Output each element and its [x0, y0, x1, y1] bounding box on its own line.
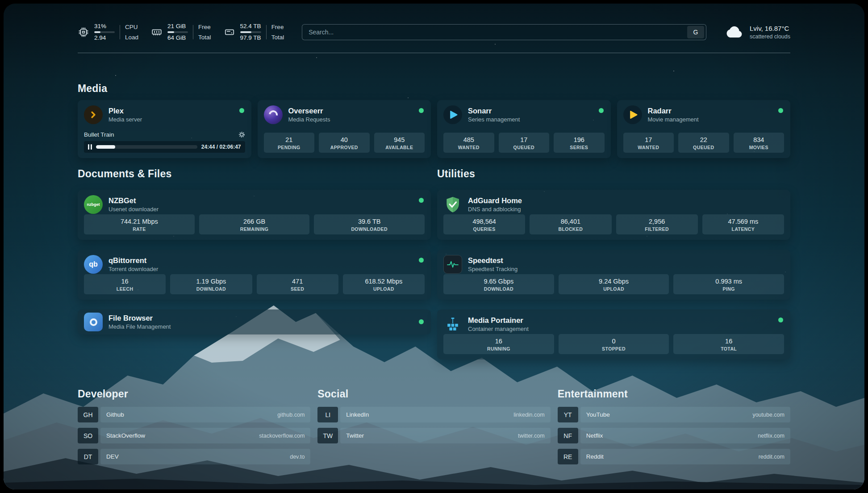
playback-bar: 24:44 / 02:06:47: [84, 141, 245, 153]
stat-stopped: 0STOPPED: [559, 334, 669, 354]
stat-total: 16TOTAL: [673, 334, 784, 354]
stat-rate: 744.21 MbpsRATE: [84, 214, 195, 234]
service-card-sonarr[interactable]: Sonarr Series management 485WANTED 17QUE…: [437, 100, 611, 158]
bookmark-github[interactable]: GH Github github.com: [78, 407, 310, 422]
status-badge: [778, 318, 783, 322]
section-media: Media Plex Media server Bullet Train: [78, 83, 790, 158]
bookmark-abbr: LI: [317, 407, 338, 422]
service-card-radarr[interactable]: Radarr Movie management 17WANTED 22QUEUE…: [617, 100, 791, 158]
service-card-adguard[interactable]: AdGuard Home DNS and adblocking 498,564Q…: [437, 190, 790, 240]
cpu-percent: 31%: [94, 23, 115, 30]
status-badge: [599, 108, 604, 113]
sonarr-icon: [443, 105, 462, 124]
stat-download: 1.19 GbpsDOWNLOAD: [170, 274, 252, 294]
playback-progress-fill: [96, 145, 115, 149]
portainer-icon: [443, 315, 462, 334]
status-badge: [419, 319, 424, 324]
bookmark-twitter[interactable]: TW Twitter twitter.com: [317, 428, 550, 443]
bookmark-group-entertainment: Entertainment YT YouTube youtube.com NF …: [558, 388, 790, 464]
service-card-plex[interactable]: Plex Media server Bullet Train: [78, 100, 251, 158]
bookmark-group-social: Social LI LinkedIn linkedin.com TW Twitt…: [317, 388, 550, 464]
stat-queued: 22QUEUED: [678, 133, 729, 153]
stat-wanted: 17WANTED: [623, 133, 674, 153]
bookmark-url: reddit.com: [759, 454, 785, 460]
bookmark-name: Github: [106, 411, 124, 418]
bookmark-name: LinkedIn: [346, 411, 369, 418]
cloud-icon: [724, 25, 744, 39]
service-card-portainer[interactable]: Media Portainer Container management 16R…: [437, 309, 790, 359]
bookmark-dev[interactable]: DT DEV dev.to: [78, 449, 310, 464]
bookmark-name: StackOverflow: [106, 432, 145, 439]
bookmark-name: Twitter: [346, 432, 364, 439]
disk-progress-bar: [240, 31, 261, 33]
service-subtitle: Media Requests: [288, 116, 330, 123]
section-title-documents: Documents & Files: [78, 168, 431, 180]
divider: [266, 25, 267, 39]
plex-icon: [84, 105, 103, 124]
bookmark-group-developer: Developer GH Github github.com SO StackO…: [78, 388, 310, 464]
stat-download: 9.65 GbpsDOWNLOAD: [443, 274, 554, 294]
bookmark-youtube[interactable]: YT YouTube youtube.com: [558, 407, 790, 422]
section-title-developer: Developer: [78, 388, 310, 400]
playback-progress-track: [96, 145, 197, 149]
stat-latency: 47.569 msLATENCY: [702, 214, 784, 234]
service-card-qbittorrent[interactable]: qb qBittorrent Torrent downloader 16LEEC…: [78, 250, 431, 300]
settings-gear-icon[interactable]: [238, 131, 245, 138]
cpu-label: CPU: [125, 24, 138, 31]
stat-movies: 834MOVIES: [734, 133, 785, 153]
playback-time: 24:44 / 02:06:47: [201, 144, 241, 150]
status-badge: [778, 108, 783, 113]
bookmark-name: Netflix: [586, 432, 603, 439]
service-subtitle: Media server: [108, 116, 142, 123]
memory-total: 64 GiB: [167, 34, 188, 42]
stat-blocked: 86,401BLOCKED: [530, 214, 611, 234]
bookmark-netflix[interactable]: NF Netflix netflix.com: [558, 428, 790, 443]
now-playing-title: Bullet Train: [84, 131, 114, 138]
stat-queued: 17QUEUED: [499, 133, 550, 153]
bookmark-name: DEV: [106, 453, 119, 460]
radarr-icon: [623, 105, 642, 124]
bookmark-stackoverflow[interactable]: SO StackOverflow stackoverflow.com: [78, 428, 310, 443]
status-badge: [239, 108, 244, 113]
bookmark-linkedin[interactable]: LI LinkedIn linkedin.com: [317, 407, 550, 422]
topbar-divider: [78, 53, 790, 53]
disk-free: 52.4 TB: [240, 23, 261, 30]
bookmark-abbr: NF: [558, 428, 578, 443]
service-subtitle: Speedtest Tracking: [468, 266, 517, 272]
service-subtitle: Series management: [468, 116, 520, 123]
memory-free-label: Free: [198, 24, 211, 31]
stat-leech: 16LEECH: [84, 274, 166, 294]
disk-total: 97.9 TB: [240, 34, 261, 42]
service-name: Sonarr: [468, 107, 520, 115]
service-card-filebrowser[interactable]: File Browser Media File Management: [78, 309, 431, 334]
stat-pending: 21PENDING: [264, 133, 315, 153]
cpu-progress-bar: [94, 31, 115, 33]
stat-approved: 40APPROVED: [319, 133, 370, 153]
bookmark-url: youtube.com: [752, 412, 785, 418]
stat-filtered: 2,956FILTERED: [616, 214, 698, 234]
top-bar: 31% 2.94 CPU Load 21 GiB 64: [78, 22, 790, 42]
bookmark-abbr: RE: [558, 449, 578, 464]
bookmark-abbr: YT: [558, 407, 578, 422]
plex-now-playing: Bullet Train 24:44 / 02:06:47: [84, 131, 245, 153]
service-card-speedtest[interactable]: Speedtest Speedtest Tracking 9.65 GbpsDO…: [437, 250, 790, 300]
memory-free: 21 GiB: [167, 23, 188, 30]
stat-queries: 498,564QUERIES: [443, 214, 525, 234]
bookmark-url: github.com: [277, 412, 305, 418]
stat-series: 196SERIES: [554, 133, 605, 153]
service-card-nzbget[interactable]: nzbget NZBGet Usenet downloader 744.21 M…: [78, 190, 431, 240]
filebrowser-icon: [84, 313, 103, 331]
search-provider-button[interactable]: G: [687, 26, 704, 38]
bookmark-reddit[interactable]: RE Reddit reddit.com: [558, 449, 790, 464]
service-card-overseerr[interactable]: Overseerr Media Requests 21PENDING 40APP…: [258, 100, 431, 158]
pause-icon[interactable]: [88, 144, 92, 150]
service-name: AdGuard Home: [468, 196, 522, 205]
adguard-shield-icon: [443, 195, 462, 214]
search-input[interactable]: [309, 29, 687, 36]
service-name: Overseerr: [288, 107, 330, 115]
service-subtitle: Torrent downloader: [108, 266, 158, 272]
stat-seed: 471SEED: [257, 274, 338, 294]
memory-widget: 21 GiB 64 GiB Free Total: [151, 23, 211, 41]
dashboard-frame: 31% 2.94 CPU Load 21 GiB 64: [4, 4, 864, 489]
bookmark-url: linkedin.com: [513, 412, 544, 418]
